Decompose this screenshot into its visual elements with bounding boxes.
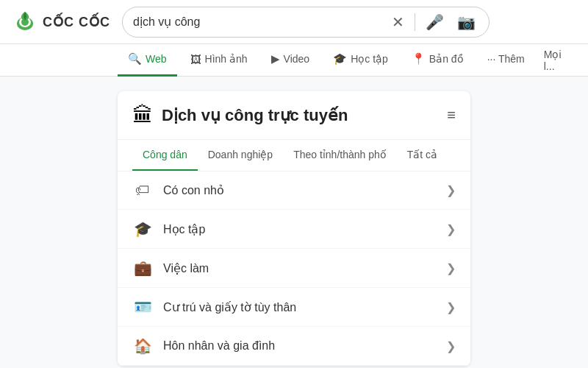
study-icon: 🎓 — [132, 220, 153, 238]
card-title: Dịch vụ công trực tuyến — [162, 106, 348, 125]
result-card: 🏛 Dịch vụ công trực tuyến ≡ Công dân Doa… — [118, 91, 470, 366]
list-item-children-text: Có con nhỏ — [163, 183, 436, 197]
tab-more-label: ··· Thêm — [487, 53, 525, 65]
chevron-right-icon: ❯ — [446, 261, 456, 275]
tab-more[interactable]: ··· Thêm — [477, 44, 535, 77]
tab-bar: 🔍 Web 🖼 Hình ảnh ▶ Video 🎓 Học tập 📍 Bản… — [0, 44, 588, 77]
list-item[interactable]: 🎓 Học tập ❯ — [118, 210, 470, 249]
search-input[interactable] — [133, 15, 377, 29]
sub-tab-all[interactable]: Tất cả — [397, 140, 448, 171]
list-item[interactable]: 🏷 Có con nhỏ ❯ — [118, 171, 470, 210]
sub-tabs: Công dân Doanh nghiệp Theo tỉnh/thành ph… — [118, 140, 470, 171]
tab-images[interactable]: 🖼 Hình ảnh — [180, 44, 258, 77]
close-icon: ✕ — [392, 13, 404, 31]
card-header: 🏛 Dịch vụ công trực tuyến ≡ — [118, 91, 470, 140]
tab-web-label: Web — [146, 53, 167, 65]
divider — [415, 13, 415, 31]
list-item[interactable]: 🪪 Cư trú và giấy tờ tùy thân ❯ — [118, 288, 470, 327]
mic-icon: 🎤 — [426, 13, 444, 31]
web-icon: 🔍 — [128, 52, 142, 66]
chevron-right-icon: ❯ — [446, 339, 456, 353]
map-icon: 📍 — [412, 52, 426, 66]
camera-button[interactable]: 📷 — [454, 10, 478, 34]
card-menu-icon[interactable]: ≡ — [447, 107, 456, 124]
id-card-icon: 🪪 — [132, 298, 153, 316]
clear-button[interactable]: ✕ — [389, 10, 407, 34]
list-item-study-text: Học tập — [163, 222, 436, 236]
tab-map[interactable]: 📍 Bản đồ — [401, 44, 474, 77]
logo-area: CỐC CỐC — [12, 9, 110, 35]
sub-tab-business[interactable]: Doanh nghiệp — [198, 140, 283, 171]
tab-images-label: Hình ảnh — [205, 53, 248, 65]
header: CỐC CỐC ✕ 🎤 📷 — [0, 0, 588, 44]
card-government-icon: 🏛 — [132, 103, 153, 127]
chevron-right-icon: ❯ — [446, 222, 456, 236]
images-icon: 🖼 — [190, 53, 201, 66]
tab-study[interactable]: 🎓 Học tập — [323, 44, 398, 77]
tab-map-label: Bản đồ — [429, 53, 464, 65]
list-item-residence-text: Cư trú và giấy tờ tùy thân — [163, 300, 436, 314]
search-actions: ✕ 🎤 📷 — [389, 10, 478, 34]
home-icon: 🏠 — [132, 337, 153, 355]
card-header-left: 🏛 Dịch vụ công trực tuyến — [132, 103, 348, 127]
logo-text: CỐC CỐC — [43, 14, 110, 30]
list-item[interactable]: 💼 Việc làm ❯ — [118, 249, 470, 288]
list-item[interactable]: 🏠 Hôn nhân và gia đình ❯ — [118, 327, 470, 366]
sub-tab-citizen[interactable]: Công dân — [132, 140, 198, 171]
chevron-right-icon: ❯ — [446, 300, 456, 314]
tab-video-label: Video — [284, 53, 310, 65]
camera-icon: 📷 — [457, 13, 476, 31]
tab-study-label: Học tập — [351, 53, 388, 65]
job-icon: 💼 — [132, 259, 153, 277]
chevron-right-icon: ❯ — [446, 183, 456, 197]
children-icon: 🏷 — [132, 182, 153, 199]
mic-button[interactable]: 🎤 — [423, 10, 447, 34]
video-icon: ▶ — [271, 52, 280, 66]
coccoc-logo-icon — [12, 9, 38, 35]
search-bar[interactable]: ✕ 🎤 📷 — [122, 7, 490, 38]
main-content: 🏛 Dịch vụ công trực tuyến ≡ Công dân Doa… — [0, 77, 588, 366]
tab-video[interactable]: ▶ Video — [261, 44, 320, 77]
more-link[interactable]: Mọi l... — [538, 49, 567, 72]
tab-web[interactable]: 🔍 Web — [118, 44, 177, 77]
list-item-job-text: Việc làm — [163, 261, 436, 275]
list-item-family-text: Hôn nhân và gia đình — [163, 339, 436, 353]
sub-tab-province[interactable]: Theo tỉnh/thành phố — [283, 140, 397, 171]
study-icon: 🎓 — [333, 52, 347, 66]
